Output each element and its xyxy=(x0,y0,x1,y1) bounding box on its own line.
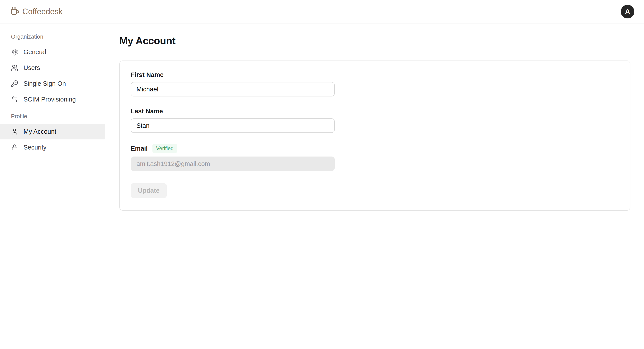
sidebar-item-label: Single Sign On xyxy=(24,80,66,87)
sidebar-item-single-sign-on[interactable]: Single Sign On xyxy=(0,76,105,91)
avatar[interactable]: A xyxy=(621,5,634,18)
coffee-cup-icon xyxy=(10,7,19,16)
gear-icon xyxy=(11,48,18,56)
first-name-field: First Name xyxy=(131,71,619,96)
email-label-row: Email Verified xyxy=(131,144,619,153)
update-button[interactable]: Update xyxy=(131,183,167,198)
last-name-label: Last Name xyxy=(131,107,619,115)
email-label: Email xyxy=(131,145,148,152)
sidebar-item-security[interactable]: Security xyxy=(0,139,105,155)
sidebar-section-profile: Profile My Account Security xyxy=(0,111,105,155)
last-name-input[interactable] xyxy=(131,118,335,133)
sidebar-item-label: Security xyxy=(24,144,46,151)
app-root: Coffeedesk A Organization General xyxy=(0,0,644,349)
user-icon xyxy=(11,128,18,135)
users-icon xyxy=(11,64,18,71)
sidebar-item-my-account[interactable]: My Account xyxy=(0,124,105,139)
sidebar-item-label: SCIM Provisioning xyxy=(24,96,76,103)
page-title: My Account xyxy=(119,34,630,47)
account-card: First Name Last Name Email Verified Upda… xyxy=(119,60,630,211)
sidebar-item-general[interactable]: General xyxy=(0,44,105,60)
first-name-input[interactable] xyxy=(131,82,335,96)
email-field: Email Verified xyxy=(131,144,619,171)
first-name-label: First Name xyxy=(131,71,619,78)
email-input xyxy=(131,157,335,171)
last-name-field: Last Name xyxy=(131,107,619,133)
sidebar-section-organization: Organization General Users xyxy=(0,32,105,107)
lock-icon xyxy=(11,144,18,151)
sidebar-item-users[interactable]: Users xyxy=(0,60,105,76)
key-icon xyxy=(11,80,18,87)
brand-name: Coffeedesk xyxy=(22,7,62,16)
sidebar-section-organization-label: Organization xyxy=(0,32,105,41)
sidebar-item-label: Users xyxy=(24,64,40,71)
brand[interactable]: Coffeedesk xyxy=(10,7,62,16)
top-bar: Coffeedesk A xyxy=(0,0,644,23)
main-content: My Account First Name Last Name Email Ve… xyxy=(106,24,644,349)
transfer-arrows-icon xyxy=(11,96,18,103)
sidebar-item-label: My Account xyxy=(24,128,56,135)
verified-badge: Verified xyxy=(152,144,177,153)
sidebar: Organization General Users xyxy=(0,24,105,349)
sidebar-item-scim-provisioning[interactable]: SCIM Provisioning xyxy=(0,91,105,107)
sidebar-section-profile-label: Profile xyxy=(0,111,105,121)
sidebar-item-label: General xyxy=(24,48,46,56)
